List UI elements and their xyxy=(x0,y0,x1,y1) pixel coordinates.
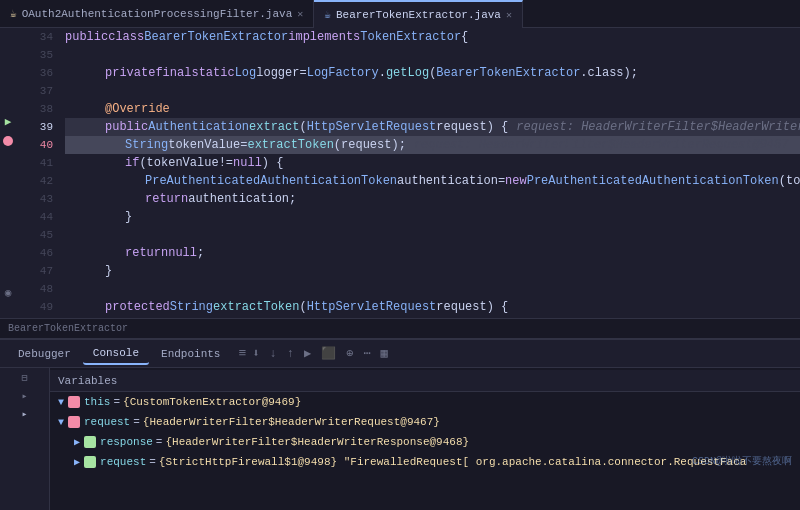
step-over-icon[interactable]: ⬇ xyxy=(248,344,263,363)
tab-bar: ☕ OAuth2AuthenticationProcessingFilter.j… xyxy=(0,0,800,28)
var-val-this: {CustomTokenExtractor@9469} xyxy=(123,396,301,408)
var-val-request-nested: {StrictHttpFirewall$1@9498} "FirewalledR… xyxy=(159,456,747,468)
code-line-47: } xyxy=(65,262,800,280)
var-name-request: request xyxy=(84,416,130,428)
var-name-this: this xyxy=(84,396,110,408)
code-line-45 xyxy=(65,226,800,244)
obj-icon-request-nested xyxy=(84,456,96,468)
file-icon-active: ☕ xyxy=(324,8,331,21)
code-line-38: @Override xyxy=(65,100,800,118)
vars-header-label: Variables xyxy=(58,375,117,387)
step-into-icon[interactable]: ↓ xyxy=(266,345,281,363)
var-val-response: {HeaderWriterFilter$HeaderWriterResponse… xyxy=(165,436,469,448)
code-line-43: return authentication; xyxy=(65,190,800,208)
code-line-40: String tokenValue = extractToken(request… xyxy=(65,136,800,154)
code-line-37 xyxy=(65,82,800,100)
tab-label-active: BearerTokenExtractor.java xyxy=(336,9,501,21)
tab-bearer[interactable]: ☕ BearerTokenExtractor.java ✕ xyxy=(314,0,523,28)
code-line-41: if (tokenValue != null) { xyxy=(65,154,800,172)
breadcrumb: BearerTokenExtractor xyxy=(8,323,128,334)
run-indicator-49: ◉ xyxy=(5,286,12,299)
file-icon: ☕ xyxy=(10,7,17,20)
var-request[interactable]: ▼ request = {HeaderWriterFilter$HeaderWr… xyxy=(50,412,800,432)
tab-debugger[interactable]: Debugger xyxy=(8,344,81,364)
code-line-35 xyxy=(65,46,800,64)
stop-icon[interactable]: ⬛ xyxy=(317,344,340,363)
expand-request-nested[interactable]: ▶ xyxy=(74,456,80,468)
code-line-36: private final static Log logger = LogFac… xyxy=(65,64,800,82)
close-active-tab-icon[interactable]: ✕ xyxy=(506,9,512,21)
expand-this[interactable]: ▼ xyxy=(58,397,64,408)
run-indicator-39: ▶ xyxy=(5,115,12,128)
debug-content: ⊟ ▸ ▸ Variables ▼ this = {CustomTokenExt… xyxy=(0,368,800,510)
eval-icon[interactable]: ⊕ xyxy=(342,344,357,363)
more-icon[interactable]: ⋯ xyxy=(359,344,374,363)
code-line-44: } xyxy=(65,208,800,226)
debug-main: Variables ▼ this = {CustomTokenExtractor… xyxy=(50,368,800,510)
line-numbers: 34 35 36 37 38 39 40 41 42 43 44 45 46 4… xyxy=(16,28,61,318)
code-line-34: public class BearerTokenExtractor implem… xyxy=(65,28,800,46)
gutter-indicators: ▶ ◉ xyxy=(0,28,16,318)
vars-header: Variables xyxy=(50,370,800,392)
step-out-icon[interactable]: ↑ xyxy=(283,345,298,363)
var-request-nested[interactable]: ▶ request = {StrictHttpFirewall$1@9498} … xyxy=(50,452,800,472)
code-content[interactable]: public class BearerTokenExtractor implem… xyxy=(61,28,800,318)
var-response[interactable]: ▶ response = {HeaderWriterFilter$HeaderW… xyxy=(50,432,800,452)
breadcrumb-bar: BearerTokenExtractor xyxy=(0,318,800,338)
resume-icon[interactable]: ▶ xyxy=(300,344,315,363)
var-this[interactable]: ▼ this = {CustomTokenExtractor@9469} xyxy=(50,392,800,412)
expand-request[interactable]: ▼ xyxy=(58,417,64,428)
var-name-request-nested: request xyxy=(100,456,146,468)
obj-icon-this xyxy=(68,396,80,408)
tab-endpoints[interactable]: Endpoints xyxy=(151,344,230,364)
code-line-49: protected String extractToken(HttpServle… xyxy=(65,298,800,316)
close-tab-icon[interactable]: ✕ xyxy=(297,8,303,20)
debug-toolbar: Debugger Console Endpoints ≡ ⬇ ↓ ↑ ▶ ⬛ ⊕… xyxy=(0,340,800,368)
code-line-42: PreAuthenticatedAuthenticationToken auth… xyxy=(65,172,800,190)
sidebar-icon2[interactable]: ▸ xyxy=(21,390,27,402)
sidebar-icon3[interactable]: ▸ xyxy=(21,408,27,420)
debug-panel: Debugger Console Endpoints ≡ ⬇ ↓ ↑ ▶ ⬛ ⊕… xyxy=(0,338,800,510)
code-line-46: return null; xyxy=(65,244,800,262)
debug-sidebar: ⊟ ▸ ▸ xyxy=(0,368,50,510)
tab-label: OAuth2AuthenticationProcessingFilter.jav… xyxy=(22,8,293,20)
watermark: CSDN@啦啦不要熬夜啊 xyxy=(692,454,792,468)
var-val-request: {HeaderWriterFilter$HeaderWriterRequest@… xyxy=(143,416,440,428)
code-line-39: public Authentication extract(HttpServle… xyxy=(65,118,800,136)
code-line-50: // first check the header... xyxy=(65,316,800,318)
filter-icon[interactable]: ⊟ xyxy=(21,372,27,384)
tab-console[interactable]: Console xyxy=(83,343,149,365)
expand-response[interactable]: ▶ xyxy=(74,436,80,448)
obj-icon-request xyxy=(68,416,80,428)
tab-oauth[interactable]: ☕ OAuth2AuthenticationProcessingFilter.j… xyxy=(0,0,314,28)
separator-icon: ≡ xyxy=(238,346,246,361)
var-name-response: response xyxy=(100,436,153,448)
code-line-48 xyxy=(65,280,800,298)
breakpoint-40 xyxy=(3,136,13,146)
obj-icon-response xyxy=(84,436,96,448)
editor-area: ▶ ◉ 34 35 36 37 38 39 40 41 42 43 44 45 … xyxy=(0,28,800,318)
layout-icon[interactable]: ▦ xyxy=(377,344,392,363)
